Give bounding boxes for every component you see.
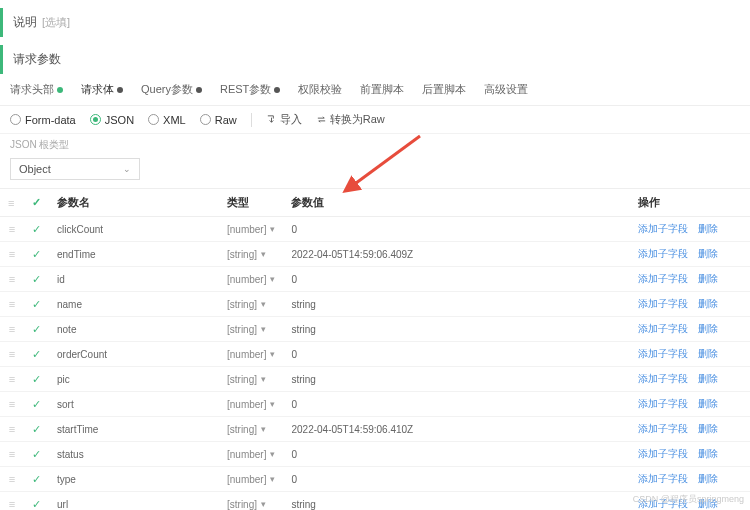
param-value[interactable]: 0	[283, 467, 630, 492]
delete-link[interactable]: 删除	[698, 448, 718, 459]
tab-请求体[interactable]: 请求体	[81, 82, 123, 97]
import-button[interactable]: 导入	[266, 112, 302, 127]
drag-handle-icon[interactable]: ≡	[9, 423, 15, 435]
delete-link[interactable]: 删除	[698, 348, 718, 359]
tab-高级设置[interactable]: 高级设置	[484, 82, 528, 97]
drag-handle-icon[interactable]: ≡	[9, 273, 15, 285]
param-value[interactable]: string	[283, 492, 630, 511]
add-child-link[interactable]: 添加子字段	[638, 248, 688, 259]
required-check-icon[interactable]: ✓	[32, 223, 41, 235]
required-check-icon[interactable]: ✓	[32, 348, 41, 360]
delete-link[interactable]: 删除	[698, 473, 718, 484]
tab-请求头部[interactable]: 请求头部	[10, 82, 63, 97]
param-value[interactable]: 2022-04-05T14:59:06.409Z	[283, 242, 630, 267]
param-type-select[interactable]: [number]▾	[227, 399, 275, 410]
param-name[interactable]: url	[49, 492, 219, 511]
param-type-select[interactable]: [number]▾	[227, 349, 275, 360]
drag-handle-icon[interactable]: ≡	[9, 373, 15, 385]
radio-icon	[200, 114, 211, 125]
add-child-link[interactable]: 添加子字段	[638, 298, 688, 309]
param-value[interactable]: 0	[283, 267, 630, 292]
format-radio-json[interactable]: JSON	[90, 114, 134, 126]
root-type-select[interactable]: Object ⌄	[10, 158, 140, 180]
param-type-select[interactable]: [string]▾	[227, 299, 275, 310]
add-child-link[interactable]: 添加子字段	[638, 473, 688, 484]
param-name[interactable]: orderCount	[49, 342, 219, 367]
param-name[interactable]: endTime	[49, 242, 219, 267]
required-check-icon[interactable]: ✓	[32, 398, 41, 410]
param-name[interactable]: name	[49, 292, 219, 317]
add-child-link[interactable]: 添加子字段	[638, 323, 688, 334]
delete-link[interactable]: 删除	[698, 323, 718, 334]
drag-handle-icon[interactable]: ≡	[9, 398, 15, 410]
tab-前置脚本[interactable]: 前置脚本	[360, 82, 404, 97]
drag-handle-icon[interactable]: ≡	[9, 498, 15, 510]
drag-handle-icon[interactable]: ≡	[9, 223, 15, 235]
add-child-link[interactable]: 添加子字段	[638, 398, 688, 409]
param-type-select[interactable]: [string]▾	[227, 374, 275, 385]
param-name[interactable]: clickCount	[49, 217, 219, 242]
tab-后置脚本[interactable]: 后置脚本	[422, 82, 466, 97]
table-row: ≡✓id[number]▾0添加子字段删除	[0, 267, 750, 292]
param-value[interactable]: 0	[283, 342, 630, 367]
required-check-icon[interactable]: ✓	[32, 448, 41, 460]
add-child-link[interactable]: 添加子字段	[638, 348, 688, 359]
param-value[interactable]: string	[283, 367, 630, 392]
format-radio-form-data[interactable]: Form-data	[10, 114, 76, 126]
delete-link[interactable]: 删除	[698, 248, 718, 259]
tab-权限校验[interactable]: 权限校验	[298, 82, 342, 97]
add-child-link[interactable]: 添加子字段	[638, 223, 688, 234]
param-name[interactable]: note	[49, 317, 219, 342]
param-name[interactable]: type	[49, 467, 219, 492]
param-type-select[interactable]: [string]▾	[227, 499, 275, 510]
tab-REST参数[interactable]: REST参数	[220, 82, 280, 97]
drag-handle-icon[interactable]: ≡	[9, 323, 15, 335]
delete-link[interactable]: 删除	[698, 373, 718, 384]
table-row: ≡✓sort[number]▾0添加子字段删除	[0, 392, 750, 417]
required-check-icon[interactable]: ✓	[32, 248, 41, 260]
add-child-link[interactable]: 添加子字段	[638, 373, 688, 384]
format-radio-raw[interactable]: Raw	[200, 114, 237, 126]
required-check-icon[interactable]: ✓	[32, 273, 41, 285]
param-type-select[interactable]: [string]▾	[227, 424, 275, 435]
add-child-link[interactable]: 添加子字段	[638, 423, 688, 434]
add-child-link[interactable]: 添加子字段	[638, 448, 688, 459]
delete-link[interactable]: 删除	[698, 223, 718, 234]
param-name[interactable]: status	[49, 442, 219, 467]
param-value[interactable]: 0	[283, 442, 630, 467]
drag-handle-icon[interactable]: ≡	[9, 348, 15, 360]
param-name[interactable]: startTime	[49, 417, 219, 442]
param-type-select[interactable]: [string]▾	[227, 249, 275, 260]
delete-link[interactable]: 删除	[698, 423, 718, 434]
param-value[interactable]: 0	[283, 392, 630, 417]
required-check-icon[interactable]: ✓	[32, 423, 41, 435]
format-radio-xml[interactable]: XML	[148, 114, 186, 126]
param-name[interactable]: pic	[49, 367, 219, 392]
add-child-link[interactable]: 添加子字段	[638, 273, 688, 284]
required-check-icon[interactable]: ✓	[32, 373, 41, 385]
tab-Query参数[interactable]: Query参数	[141, 82, 202, 97]
required-check-icon[interactable]: ✓	[32, 298, 41, 310]
required-check-icon[interactable]: ✓	[32, 498, 41, 510]
drag-handle-icon[interactable]: ≡	[9, 298, 15, 310]
param-value[interactable]: 2022-04-05T14:59:06.410Z	[283, 417, 630, 442]
delete-link[interactable]: 删除	[698, 398, 718, 409]
param-name[interactable]: sort	[49, 392, 219, 417]
required-check-icon[interactable]: ✓	[32, 473, 41, 485]
drag-handle-icon[interactable]: ≡	[9, 248, 15, 260]
param-value[interactable]: 0	[283, 217, 630, 242]
param-value[interactable]: string	[283, 292, 630, 317]
param-type-select[interactable]: [number]▾	[227, 474, 275, 485]
param-type-select[interactable]: [number]▾	[227, 224, 275, 235]
param-type-select[interactable]: [number]▾	[227, 274, 275, 285]
param-type-select[interactable]: [string]▾	[227, 324, 275, 335]
param-value[interactable]: string	[283, 317, 630, 342]
delete-link[interactable]: 删除	[698, 298, 718, 309]
delete-link[interactable]: 删除	[698, 273, 718, 284]
required-check-icon[interactable]: ✓	[32, 323, 41, 335]
param-type-select[interactable]: [number]▾	[227, 449, 275, 460]
drag-handle-icon[interactable]: ≡	[9, 448, 15, 460]
convert-button[interactable]: 转换为Raw	[316, 112, 385, 127]
param-name[interactable]: id	[49, 267, 219, 292]
drag-handle-icon[interactable]: ≡	[9, 473, 15, 485]
